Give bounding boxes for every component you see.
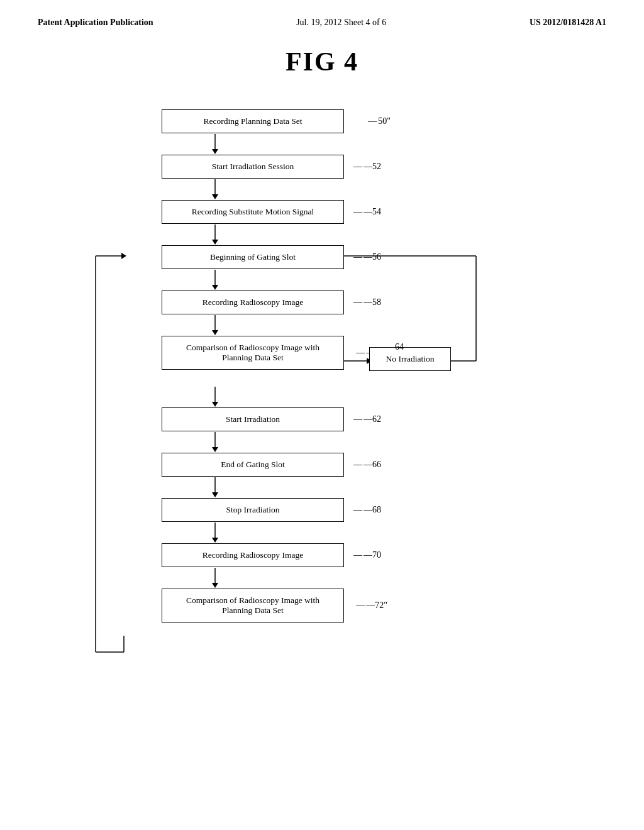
box-58-text: Recording Radioscopy Image bbox=[203, 297, 303, 307]
box-60: Comparison of Radioscopy Image withPlann… bbox=[162, 336, 344, 370]
box-60-container: Comparison of Radioscopy Image withPlann… bbox=[124, 336, 344, 370]
box-56: Beginning of Gating Slot —56 bbox=[162, 245, 344, 269]
box-60-text: Comparison of Radioscopy Image withPlann… bbox=[186, 343, 319, 362]
label-62: —62 bbox=[353, 414, 381, 424]
box-68-text: Stop Irradiation bbox=[226, 505, 279, 514]
box-70: Recording Radioscopy Image —70 bbox=[162, 543, 344, 567]
box-54-container: Recording Substitute Motion Signal —54 bbox=[124, 200, 344, 224]
box-50: Recording Planning Data Set 50" bbox=[162, 109, 344, 133]
label-68: —68 bbox=[353, 505, 381, 515]
box-62: Start Irradiation —62 bbox=[162, 407, 344, 431]
box-70-text: Recording Radioscopy Image bbox=[203, 550, 303, 560]
label-52: —52 bbox=[353, 162, 381, 172]
box-50-text: Recording Planning Data Set bbox=[203, 116, 302, 126]
label-56: —56 bbox=[353, 252, 381, 262]
label-54: —54 bbox=[353, 207, 381, 217]
box-72: Comparison of Radioscopy Image withPlann… bbox=[162, 589, 344, 622]
box-56-container: Beginning of Gating Slot —56 bbox=[124, 245, 344, 269]
box-68: Stop Irradiation —68 bbox=[162, 498, 344, 522]
patent-number-label: US 2012/0181428 A1 bbox=[530, 18, 606, 28]
label-58: —58 bbox=[353, 297, 381, 307]
box-72-text: Comparison of Radioscopy Image withPlann… bbox=[186, 595, 319, 615]
box-56-text: Beginning of Gating Slot bbox=[210, 252, 296, 262]
box-72-container: Comparison of Radioscopy Image withPlann… bbox=[124, 589, 344, 622]
box-66: End of Gating Slot —66 bbox=[162, 453, 344, 477]
no-irradiation-text: No Irradiation bbox=[386, 354, 435, 363]
no-irradiation-box: No Irradiation bbox=[369, 347, 451, 371]
label-50: 50" bbox=[368, 116, 391, 126]
label-70: —70 bbox=[353, 550, 381, 560]
box-68-container: Stop Irradiation —68 bbox=[124, 498, 344, 522]
box-52: Start Irradiation Session —52 bbox=[162, 155, 344, 179]
label-66: —66 bbox=[353, 460, 381, 470]
box-50-container: Recording Planning Data Set 50" bbox=[124, 109, 344, 133]
box-70-container: Recording Radioscopy Image —70 bbox=[124, 543, 344, 567]
label-64: —64 bbox=[386, 342, 404, 352]
box-58-container: Recording Radioscopy Image —58 bbox=[124, 290, 344, 314]
box-52-container: Start Irradiation Session —52 bbox=[124, 155, 344, 179]
box-54-text: Recording Substitute Motion Signal bbox=[192, 207, 314, 216]
box-62-container: Start Irradiation —62 bbox=[124, 407, 344, 431]
page-header: Patent Application Publication Jul. 19, … bbox=[0, 0, 644, 28]
flowchart: Recording Planning Data Set 50" Start Ir… bbox=[86, 102, 558, 680]
publication-label: Patent Application Publication bbox=[38, 18, 153, 28]
date-sheet-label: Jul. 19, 2012 Sheet 4 of 6 bbox=[296, 18, 386, 28]
box-54: Recording Substitute Motion Signal —54 bbox=[162, 200, 344, 224]
box-66-text: End of Gating Slot bbox=[221, 460, 285, 469]
box-62-text: Start Irradiation bbox=[226, 414, 280, 424]
label-72: —72" bbox=[356, 600, 387, 611]
figure-title: FIG 4 bbox=[0, 47, 644, 77]
box-66-container: End of Gating Slot —66 bbox=[124, 453, 344, 477]
box-58: Recording Radioscopy Image —58 bbox=[162, 290, 344, 314]
box-52-text: Start Irradiation Session bbox=[212, 162, 294, 171]
